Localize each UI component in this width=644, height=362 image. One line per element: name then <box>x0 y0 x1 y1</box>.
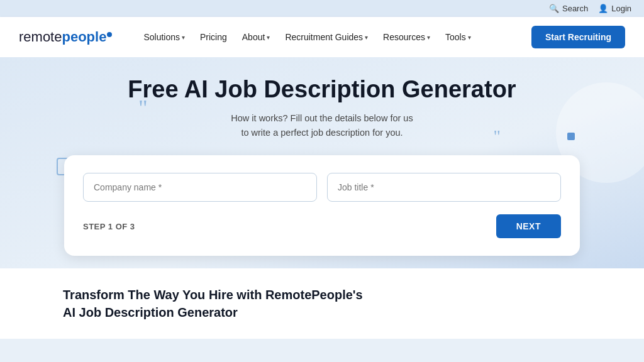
top-bar: 🔍 Search 👤 Login <box>0 0 644 17</box>
nav-tools[interactable]: Tools ▾ <box>439 27 477 47</box>
nav-recruitment-guides[interactable]: Recruitment Guides ▾ <box>279 27 374 47</box>
chevron-down-icon: ▾ <box>267 34 270 41</box>
company-name-input[interactable] <box>83 173 317 202</box>
chevron-down-icon: ▾ <box>427 34 430 41</box>
chevron-down-icon: ▾ <box>365 34 368 41</box>
form-row <box>83 173 561 202</box>
login-label: Login <box>611 4 631 13</box>
search-label: Search <box>562 4 588 13</box>
step-label: STEP 1 OF 3 <box>83 222 135 231</box>
login-top-bar-item[interactable]: 👤 Login <box>598 4 631 13</box>
hero-title: Free AI Job Description Generator <box>13 76 631 104</box>
bottom-section: Transform The Way You Hire with RemotePe… <box>0 268 644 339</box>
logo-people-text: people <box>62 29 106 45</box>
chevron-down-icon: ▾ <box>468 34 471 41</box>
hero-subtitle: How it works? Fill out the details below… <box>13 111 631 140</box>
logo[interactable]: remotepeople <box>19 29 112 45</box>
form-footer: STEP 1 OF 3 NEXT <box>83 214 561 238</box>
chevron-down-icon: ▾ <box>182 34 185 41</box>
nav-links: Solutions ▾ Pricing About ▾ Recruitment … <box>137 27 531 47</box>
hero-section: " " Free AI Job Description Generator Ho… <box>0 57 644 268</box>
navbar: remotepeople Solutions ▾ Pricing About ▾… <box>0 17 644 57</box>
nav-about[interactable]: About ▾ <box>236 27 277 47</box>
logo-dot <box>107 32 112 37</box>
bottom-title: Transform The Way You Hire with RemotePe… <box>63 286 377 321</box>
job-title-input[interactable] <box>327 173 561 202</box>
nav-resources[interactable]: Resources ▾ <box>377 27 436 47</box>
start-recruiting-button[interactable]: Start Recruiting <box>531 26 625 48</box>
search-top-bar-item[interactable]: 🔍 Search <box>549 4 588 13</box>
next-button[interactable]: NEXT <box>496 214 561 238</box>
user-icon: 👤 <box>598 4 608 13</box>
form-card: STEP 1 OF 3 NEXT <box>64 155 580 256</box>
logo-remote-text: remote <box>19 29 62 45</box>
nav-solutions[interactable]: Solutions ▾ <box>137 27 191 47</box>
search-icon: 🔍 <box>549 4 559 13</box>
nav-pricing[interactable]: Pricing <box>194 27 233 47</box>
